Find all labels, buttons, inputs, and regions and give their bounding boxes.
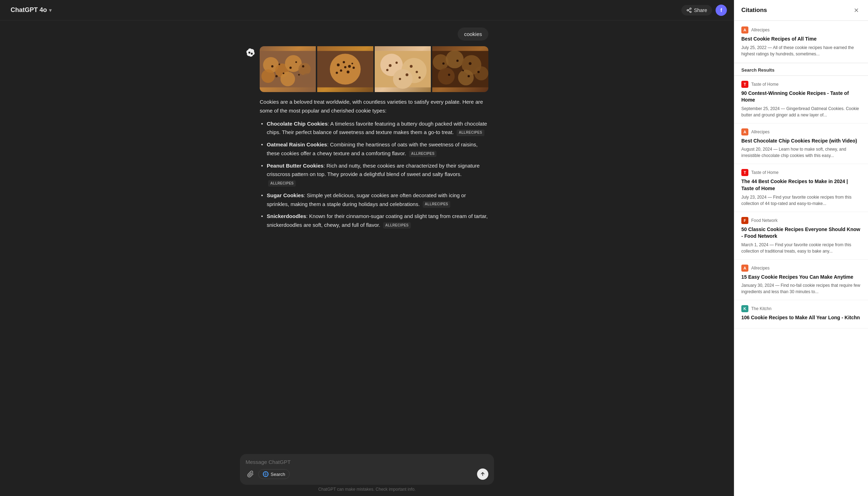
svg-point-0 (690, 8, 691, 9)
citation-source-row-6: K The Kitchn (741, 305, 861, 312)
svg-point-17 (302, 65, 304, 67)
list-item: Peanut Butter Cookies: Rich and nutty, t… (260, 162, 488, 188)
user-bubble: cookies (458, 28, 488, 41)
svg-point-41 (405, 73, 408, 76)
list-item: Snickerdoodles: Known for their cinnamon… (260, 212, 488, 230)
featured-citation-title: Best Cookie Recipes of All Time (741, 36, 861, 43)
svg-point-49 (458, 70, 474, 86)
svg-point-20 (298, 74, 300, 76)
citation-favicon-3: T (741, 169, 748, 176)
svg-point-25 (348, 65, 351, 68)
svg-point-24 (343, 61, 345, 63)
svg-point-28 (344, 66, 346, 68)
citation-snippet-3: July 23, 2024 — Find your favorite cooki… (741, 194, 861, 207)
svg-point-52 (456, 60, 458, 62)
chat-area: ChatGPT 4o ▾ Share f cookies (0, 0, 734, 496)
message-input[interactable] (246, 459, 488, 465)
svg-point-29 (352, 67, 355, 69)
svg-point-53 (469, 62, 471, 65)
citation-item-6[interactable]: K The Kitchn 106 Cookie Recipes to Make … (734, 300, 868, 328)
list-item: Chocolate Chip Cookies: A timeless favor… (260, 120, 488, 137)
chat-messages: cookies (0, 20, 734, 450)
svg-point-9 (299, 63, 311, 75)
source-badge-2: ALLRECIPES (409, 151, 436, 157)
citation-source-name-2: Allrecipes (751, 129, 770, 134)
citation-source-row-3: T Taste of Home (741, 169, 861, 176)
featured-source-row: A Allrecipes (741, 26, 861, 34)
search-button[interactable]: Search (258, 469, 290, 479)
share-button[interactable]: Share (681, 5, 712, 16)
cookie-type-name-2: Oatmeal Raisin Cookies (267, 141, 327, 147)
svg-point-40 (416, 71, 418, 73)
citation-favicon-4: F (741, 217, 748, 224)
ai-intro: Cookies are a beloved treat worldwide, w… (260, 98, 488, 115)
attach-button[interactable] (246, 469, 255, 479)
ai-content: Cookies are a beloved treat worldwide, w… (260, 46, 488, 234)
svg-point-14 (278, 63, 280, 65)
header-left: ChatGPT 4o ▾ (7, 4, 55, 16)
citation-title-4: 50 Classic Cookie Recipes Everyone Shoul… (741, 226, 861, 240)
header-right: Share f (681, 5, 727, 16)
citation-favicon-2: A (741, 128, 748, 135)
cookie-image-1 (260, 46, 316, 92)
svg-point-55 (468, 75, 470, 77)
svg-point-12 (302, 73, 313, 85)
share-icon (686, 7, 692, 13)
citation-title-1: 90 Contest-Winning Cookie Recipes - Tast… (741, 90, 861, 104)
svg-point-30 (336, 72, 338, 74)
cookie-types-list: Chocolate Chip Cookies: A timeless favor… (260, 120, 488, 230)
svg-point-23 (337, 63, 340, 66)
model-selector-button[interactable]: ChatGPT 4o ▾ (7, 4, 55, 16)
citation-source-row-5: A Allrecipes (741, 265, 861, 272)
citation-source-name-5: Allrecipes (751, 266, 770, 271)
svg-point-26 (340, 69, 342, 72)
svg-point-27 (346, 71, 349, 73)
svg-point-46 (446, 50, 464, 68)
search-results-header: Search Results (734, 63, 868, 76)
cookie-image-3 (375, 46, 431, 92)
svg-point-1 (687, 10, 688, 11)
paperclip-icon (247, 471, 254, 478)
svg-point-42 (399, 78, 401, 80)
citation-item-5[interactable]: A Allrecipes 15 Easy Cookie Recipes You … (734, 260, 868, 301)
svg-point-15 (289, 67, 291, 69)
input-actions: Search (246, 468, 488, 480)
featured-citation[interactable]: A Allrecipes Best Cookie Recipes of All … (734, 21, 868, 63)
user-message: cookies (246, 28, 488, 41)
ai-message: Cookies are a beloved treat worldwide, w… (246, 46, 488, 234)
citation-item-1[interactable]: T Taste of Home 90 Contest-Winning Cooki… (734, 76, 868, 123)
citations-title: Citations (741, 7, 767, 14)
svg-point-35 (393, 69, 413, 89)
user-message-text: cookies (464, 31, 482, 37)
close-citations-button[interactable] (852, 6, 861, 15)
citation-source-row-4: F Food Network (741, 217, 861, 224)
citation-snippet-5: January 30, 2024 — Find no-fail cookie r… (741, 282, 861, 295)
list-item: Oatmeal Raisin Cookies: Combining the he… (260, 140, 488, 158)
citation-item-3[interactable]: T Taste of Home The 44 Best Cookie Recip… (734, 164, 868, 212)
citation-source-name-6: The Kitchn (751, 306, 771, 311)
citation-favicon-1: T (741, 81, 748, 88)
featured-favicon: A (741, 26, 748, 34)
svg-point-18 (283, 73, 284, 74)
openai-logo-icon (246, 48, 255, 57)
model-name-label: ChatGPT 4o (11, 6, 47, 14)
svg-point-16 (295, 61, 297, 63)
citation-item-4[interactable]: F Food Network 50 Classic Cookie Recipes… (734, 212, 868, 260)
disclaimer-text: ChatGPT can make mistakes. Check importa… (318, 487, 416, 493)
citation-source-name-1: Taste of Home (751, 82, 778, 87)
svg-line-3 (688, 11, 690, 12)
chatgpt-icon (246, 48, 255, 58)
citation-item-2[interactable]: A Allrecipes Best Chocolate Chip Cookies… (734, 123, 868, 164)
input-area: Search ChatGPT can make mistakes. Check … (0, 450, 734, 496)
svg-point-19 (276, 75, 278, 77)
cookie-image-4 (432, 46, 488, 92)
close-icon (853, 7, 860, 13)
citation-source-row-2: A Allrecipes (741, 128, 861, 135)
svg-point-43 (418, 77, 421, 79)
source-badge-3: ALLRECIPES (268, 180, 296, 187)
chat-header: ChatGPT 4o ▾ Share f (0, 0, 734, 20)
citations-panel: Citations A Allrecipes Best Cookie Recip… (734, 0, 868, 496)
citation-favicon-5: A (741, 265, 748, 272)
svg-point-50 (474, 66, 488, 80)
send-button[interactable] (477, 468, 488, 480)
